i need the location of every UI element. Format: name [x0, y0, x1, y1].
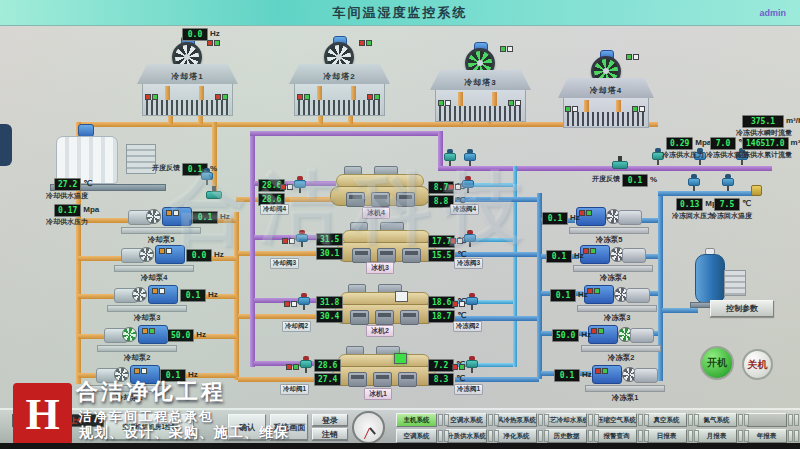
freq-led: 0.1 — [542, 212, 568, 225]
cooling-tower-4: 冷却塔4 — [556, 50, 656, 130]
status-indicator-pair — [159, 248, 172, 254]
cooling-tower-3: 冷却塔3 — [428, 42, 533, 122]
value-led: 31.5 — [316, 233, 343, 246]
nav-button-r1-3[interactable]: 工艺冷却水系统 — [546, 413, 587, 427]
nav-pager[interactable] — [638, 430, 649, 442]
cooling-valve-icon[interactable] — [298, 293, 310, 310]
chilled-pump-1: 冷冻泵1 — [592, 358, 658, 400]
chilled-valve-icon[interactable] — [466, 356, 478, 373]
pipe — [438, 131, 443, 171]
chiller-label: 冰机3 — [366, 262, 394, 274]
logout-button[interactable]: 注销 — [312, 428, 348, 440]
compressor-box — [373, 372, 392, 387]
nav-button-r1-1[interactable]: 空调水系统 — [446, 413, 487, 427]
opening-unit: % — [650, 174, 657, 184]
login-button[interactable]: 登录 — [312, 414, 348, 426]
nav-button-r2-1[interactable]: 分质供水系统 — [446, 429, 487, 443]
value-led: 18.7 — [428, 310, 455, 323]
nav-pager[interactable] — [738, 430, 749, 442]
power-on-button[interactable]: 开机 — [700, 346, 734, 380]
chiller-1 — [332, 346, 436, 390]
value-led: 31.8 — [316, 296, 343, 309]
nav-pager[interactable] — [788, 414, 799, 426]
pump-base — [581, 345, 661, 352]
nav-button-r1-6[interactable]: 氮气系统 — [696, 413, 737, 427]
chilled-valve-icon[interactable] — [466, 293, 478, 310]
tank-body — [56, 136, 118, 184]
chilled-valve-icon[interactable] — [462, 176, 474, 193]
status-indicator-pair — [297, 94, 310, 100]
freq-unit: Hz — [210, 28, 220, 38]
chiller-running-indicator — [394, 353, 407, 364]
status-indicator-pair — [280, 184, 293, 190]
nav-pager[interactable] — [688, 414, 699, 426]
status-indicator-pair — [284, 301, 297, 307]
pump-base — [569, 227, 649, 234]
nav-button-r1-2[interactable]: 风冷热泵系统 — [496, 413, 537, 427]
value-led: 15.5 — [428, 249, 455, 262]
nav-button-main-system[interactable]: 主机系统 — [396, 413, 437, 427]
nav-pager[interactable] — [438, 414, 449, 426]
nav-button-daily-report[interactable]: 日报表 — [646, 429, 687, 443]
nav-pager[interactable] — [438, 430, 449, 442]
cooling-valve-icon[interactable] — [296, 230, 308, 247]
nav-button-r2-0[interactable]: 空调系统 — [396, 429, 437, 443]
pump-fan-icon — [132, 287, 147, 302]
nav-pager[interactable] — [588, 414, 599, 426]
nav-pager[interactable] — [488, 430, 499, 442]
status-indicator-pair — [452, 301, 465, 307]
status-indicator-pair — [448, 184, 461, 190]
power-off-button[interactable]: 关机 — [742, 349, 773, 380]
freq-led: 50.0 — [552, 329, 579, 342]
bypass-control-valve-icon[interactable] — [206, 186, 222, 200]
status-indicator-pair — [632, 106, 645, 112]
valve-label: 冷冻阀1 — [454, 384, 483, 395]
cooling-valve-icon[interactable] — [300, 356, 312, 373]
status-indicator-pair — [134, 368, 147, 374]
nav-pager[interactable] — [488, 414, 499, 426]
chilled-supply-total-flow-label: 冷冻供水累计流量 — [736, 150, 792, 160]
nav-button-yearly-report[interactable]: 年报表 — [746, 429, 787, 443]
chiller-3-cond-out: 30.1 — [316, 247, 343, 260]
temp-unit: ℃ — [83, 178, 92, 188]
pipe — [78, 294, 118, 299]
nav-pager[interactable] — [788, 430, 799, 442]
status-indicator-pair — [215, 94, 228, 100]
cooling-tower-2: 冷却塔2 — [287, 36, 392, 116]
nav-button-alarm-query[interactable]: 报警查询 — [596, 429, 637, 443]
nav-button-r2-2[interactable]: 净化系统 — [496, 429, 537, 443]
pressure-transmitter-icon — [201, 168, 213, 185]
nav-button-history-data[interactable]: 历史数据 — [546, 429, 587, 443]
pump-base — [114, 265, 194, 272]
pipe — [250, 131, 442, 136]
nav-button-r1-4[interactable]: 压缩空气系统 — [596, 413, 637, 427]
valve-label: 冷却阀4 — [260, 204, 289, 215]
freq-led: 50.0 — [167, 329, 194, 342]
control-params-button[interactable]: 控制参数 — [710, 300, 774, 317]
nav-button-monthly-report[interactable]: 月报表 — [696, 429, 737, 443]
nav-pager[interactable] — [638, 414, 649, 426]
nav-pager[interactable] — [538, 430, 549, 442]
chilled-valve-icon[interactable] — [464, 230, 476, 247]
pipe — [455, 197, 539, 202]
freq-led: 0.0 — [182, 28, 208, 41]
chilled-pump-2: 冷冻泵2 — [588, 318, 654, 360]
freq-led: 0.1 — [192, 211, 218, 224]
status-indicator-pair — [142, 328, 155, 334]
chilled-pump-5: 冷冻泵5 — [576, 200, 642, 242]
nav-button-r1-7[interactable] — [746, 413, 787, 427]
cooling-valve-icon[interactable] — [294, 176, 306, 193]
clock-minute-hand — [363, 427, 369, 438]
nav-pager[interactable] — [538, 414, 549, 426]
transmitter-icon — [444, 149, 456, 166]
nav-pager[interactable] — [738, 414, 749, 426]
compressor-box — [398, 372, 417, 387]
freq-unit: Hz — [574, 250, 584, 260]
nav-pager[interactable] — [588, 430, 599, 442]
chilled-pump-3-freq: 0.1 Hz — [550, 289, 588, 302]
freq-led: 0.1 — [554, 369, 580, 382]
nav-button-r1-5[interactable]: 真空系统 — [646, 413, 687, 427]
nav-pager[interactable] — [688, 430, 699, 442]
status-indicator-pair — [565, 106, 578, 112]
bypass-control-valve-icon[interactable] — [612, 156, 628, 170]
